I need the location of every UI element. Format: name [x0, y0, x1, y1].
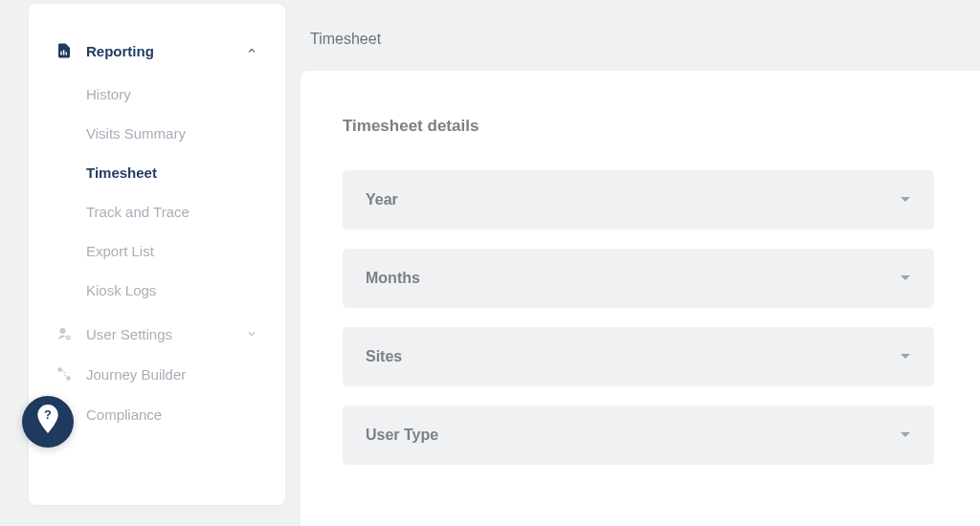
svg-rect-1 [63, 50, 65, 55]
chevron-down-icon [900, 194, 911, 206]
sidebar-section-label: Compliance [86, 406, 258, 423]
sidebar-section-user-settings[interactable]: User Settings [29, 314, 285, 354]
select-label: Sites [366, 348, 402, 365]
user-type-select[interactable]: User Type [343, 405, 934, 465]
chevron-up-icon [245, 44, 258, 57]
sidebar-item-visits-summary[interactable]: Visits Summary [29, 114, 285, 153]
user-gear-icon [56, 325, 73, 342]
select-label: Year [366, 191, 398, 208]
chevron-down-icon [900, 351, 911, 362]
main-content: Timesheet Timesheet details Year Months … [285, 4, 980, 526]
chevron-down-icon [900, 273, 911, 284]
journey-icon [56, 365, 73, 383]
select-label: User Type [366, 427, 438, 444]
months-select[interactable]: Months [343, 249, 934, 308]
sidebar-section-journey-builder[interactable]: Journey Builder [29, 354, 285, 394]
svg-rect-0 [60, 52, 62, 55]
timesheet-details-card: Timesheet details Year Months Sites [301, 71, 980, 526]
sidebar-item-export-list[interactable]: Export List [29, 231, 285, 271]
sidebar-item-kiosk-logs[interactable]: Kiosk Logs [29, 271, 285, 310]
sites-select[interactable]: Sites [343, 327, 934, 386]
chevron-down-icon [245, 327, 258, 340]
year-select[interactable]: Year [343, 170, 934, 230]
svg-rect-2 [66, 53, 68, 55]
sidebar-section-reporting[interactable]: Reporting [29, 31, 285, 71]
card-title: Timesheet details [343, 117, 934, 136]
sidebar-subitems-reporting: History Visits Summary Timesheet Track a… [29, 71, 285, 314]
help-pin-icon: ? [35, 405, 60, 439]
svg-point-4 [67, 337, 70, 340]
select-label: Months [366, 270, 420, 287]
sidebar-item-timesheet[interactable]: Timesheet [29, 153, 285, 192]
svg-point-6 [66, 376, 71, 381]
page-title: Timesheet [301, 4, 980, 71]
sidebar-item-track-and-trace[interactable]: Track and Trace [29, 192, 285, 231]
sidebar-section-label: Reporting [86, 43, 245, 59]
help-button[interactable]: ? [22, 396, 74, 448]
sidebar-section-label: Journey Builder [86, 366, 258, 383]
sidebar-item-history[interactable]: History [29, 75, 285, 114]
chevron-down-icon [900, 429, 911, 441]
chart-file-icon [56, 42, 73, 59]
svg-point-3 [60, 328, 66, 334]
svg-text:?: ? [44, 407, 52, 422]
svg-point-5 [57, 367, 62, 372]
sidebar-section-label: User Settings [86, 326, 245, 342]
